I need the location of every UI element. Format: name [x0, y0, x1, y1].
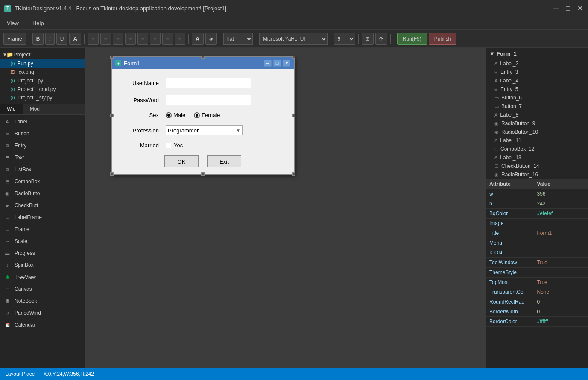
tree-file-project1-sty-py[interactable]: ⟨/⟩ Project1_sty.py — [0, 94, 85, 102]
resize-br-handle[interactable] — [292, 172, 295, 176]
resize-bl-handle[interactable] — [110, 172, 114, 176]
widget-calendar[interactable]: 📅 Calendar — [0, 319, 85, 331]
run-button[interactable]: Run(F5) — [397, 33, 427, 45]
sex-male-option[interactable]: Male — [166, 112, 185, 118]
ok-button[interactable]: OK — [164, 155, 199, 167]
widget-text[interactable]: ≣ Text — [0, 152, 85, 164]
prop-row-bordercolor[interactable]: BorderColor#ffffff — [486, 317, 588, 327]
refresh-button[interactable]: ⟳ — [375, 33, 387, 45]
align-justify-button[interactable]: ≡ — [125, 33, 136, 45]
tree-file-project1-cmd-py[interactable]: ⟨/⟩ Project1_cmd.py — [0, 85, 85, 94]
resize-tr-handle[interactable] — [292, 56, 295, 59]
widget-frame[interactable]: ▭ Frame — [0, 223, 85, 235]
italic-button[interactable]: I — [45, 33, 54, 45]
paint-button[interactable]: ◈ — [205, 33, 217, 45]
prop-row-topmost[interactable]: TopMostTrue — [486, 278, 588, 287]
tree-file-ico-png[interactable]: 🖼 ico.png — [0, 68, 85, 76]
widget-progress[interactable]: ▬ Progress — [0, 247, 85, 259]
canvas-area[interactable]: ◈ Form1 ─ □ ✕ UserName — [85, 48, 486, 368]
menu-help[interactable]: Help — [30, 19, 47, 27]
widget-panedwindow[interactable]: ⊞ PanedWind — [0, 307, 85, 319]
menu-view[interactable]: View — [4, 19, 21, 27]
widget-labelframe[interactable]: ▭ LabelFrame — [0, 211, 85, 223]
project-root[interactable]: ▾ 📁 Project1 — [0, 50, 85, 59]
widget-radiobutton[interactable]: ◉ RadioButto — [0, 187, 85, 199]
comp-label4[interactable]: A Label_4 — [486, 76, 588, 85]
font-select[interactable]: Microsoft YaHei UI — [259, 33, 328, 45]
comp-radiobutton9[interactable]: ◉ RadioButton_9 — [486, 119, 588, 128]
prop-row-image[interactable]: Image — [486, 219, 588, 228]
comp-entry3[interactable]: ⊞ Entry_3 — [486, 68, 588, 76]
underline-button[interactable]: U — [56, 33, 68, 45]
prop-row-h[interactable]: h242 — [486, 199, 588, 209]
comp-label11[interactable]: A Label_11 — [486, 136, 588, 145]
comp-checkbutton14[interactable]: ☑ CheckButton_14 — [486, 162, 588, 170]
resize-tm-handle[interactable] — [201, 56, 205, 59]
username-input[interactable] — [166, 78, 251, 88]
frame-button[interactable]: Frame — [3, 33, 26, 45]
align-center-button[interactable]: ≡ — [100, 33, 111, 45]
resize-rm-handle[interactable] — [292, 114, 295, 117]
prop-row-w[interactable]: w356 — [486, 189, 588, 199]
font-a-button[interactable]: A — [69, 33, 81, 45]
bold-button[interactable]: B — [32, 33, 44, 45]
resize-bm-handle[interactable] — [201, 172, 205, 176]
widget-label[interactable]: A Label — [0, 116, 85, 128]
widget-combobox[interactable]: ⊟ ComboBox — [0, 175, 85, 187]
prop-row-borderwidth[interactable]: BorderWidth0 — [486, 307, 588, 317]
align-right-button[interactable]: ≡ — [113, 33, 123, 45]
prop-row-icon[interactable]: ICON — [486, 248, 588, 258]
comp-radiobutton10[interactable]: ◉ RadioButton_10 — [486, 128, 588, 136]
align-left-button[interactable]: ≡ — [88, 33, 98, 45]
sex-male-radio[interactable] — [166, 112, 172, 118]
resize-tl-handle[interactable] — [110, 56, 114, 59]
publish-button[interactable]: Publish — [429, 33, 456, 45]
widget-button[interactable]: ▭ Button — [0, 128, 85, 140]
widget-checkbutton[interactable]: ▶ CheckButt — [0, 199, 85, 211]
sex-female-option[interactable]: Female — [194, 112, 220, 118]
prop-row-menu[interactable]: Menu — [486, 238, 588, 248]
comp-radiobutton16[interactable]: ◉ RadioButton_16 — [486, 170, 588, 179]
resize-lm-handle[interactable] — [110, 114, 114, 117]
comp-label2[interactable]: A Label_2 — [486, 59, 588, 68]
comp-combobox12[interactable]: ⊟ ComboBox_12 — [486, 145, 588, 153]
widget-notebook[interactable]: 📓 NoteBook — [0, 295, 85, 307]
grid-button[interactable]: ⊞ — [362, 33, 374, 45]
married-checkbox[interactable] — [166, 143, 171, 148]
profession-combo[interactable]: Programmer ▼ — [166, 125, 243, 135]
prop-row-roundrectrad[interactable]: RoundRectRad0 — [486, 297, 588, 307]
password-input[interactable] — [166, 95, 251, 105]
sex-female-radio[interactable] — [194, 112, 200, 118]
tree-file-project1-py[interactable]: ⟨/⟩ Project1.py — [0, 76, 85, 85]
form1-window[interactable]: ◈ Form1 ─ □ ✕ UserName — [111, 56, 295, 175]
relief-select[interactable]: flat raised sunken groove ridge — [223, 33, 253, 45]
minimize-button[interactable]: ─ — [552, 5, 560, 12]
form1-titlebar[interactable]: ◈ Form1 ─ □ ✕ — [112, 57, 294, 69]
comp-button7[interactable]: ▭ Button_7 — [486, 102, 588, 111]
widget-listbox[interactable]: ⊞ ListBox — [0, 164, 85, 175]
comp-button6[interactable]: ▭ Button_6 — [486, 94, 588, 102]
close-button[interactable]: ✕ — [576, 5, 584, 12]
comp-label8[interactable]: A Label_8 — [486, 111, 588, 119]
form1-minimize-button[interactable]: ─ — [264, 60, 272, 67]
comp-entry5[interactable]: ⊞ Entry_5 — [486, 85, 588, 94]
maximize-button[interactable]: □ — [564, 5, 572, 12]
align8-button[interactable]: ≡ — [175, 33, 185, 45]
align7-button[interactable]: ≡ — [162, 33, 173, 45]
align5-button[interactable]: ≡ — [137, 33, 148, 45]
prop-row-themestyle[interactable]: ThemeStyle — [486, 268, 588, 278]
prop-row-transparentco[interactable]: TransparentCoNone — [486, 287, 588, 297]
form1-close-button[interactable]: ✕ — [283, 60, 290, 67]
align6-button[interactable]: ≡ — [150, 33, 161, 45]
exit-button[interactable]: Exit — [207, 155, 241, 167]
married-checkbox-item[interactable]: Yes — [166, 142, 183, 149]
prop-row-toolwindow[interactable]: ToolWindowTrue — [486, 258, 588, 268]
widget-spinbox[interactable]: ↕ SpinBox — [0, 259, 85, 271]
prop-row-title[interactable]: TitleForm1 — [486, 228, 588, 238]
font-size-select[interactable]: 9 10 12 14 — [334, 33, 355, 45]
tree-file-fun-py[interactable]: ⟨/⟩ Fun.py — [0, 59, 85, 68]
widget-canvas[interactable]: ◻ Canvas — [0, 283, 85, 295]
comp-label13[interactable]: A Label_13 — [486, 153, 588, 162]
form1-maximize-button[interactable]: □ — [273, 60, 281, 67]
text-color-button[interactable]: A — [192, 33, 204, 45]
